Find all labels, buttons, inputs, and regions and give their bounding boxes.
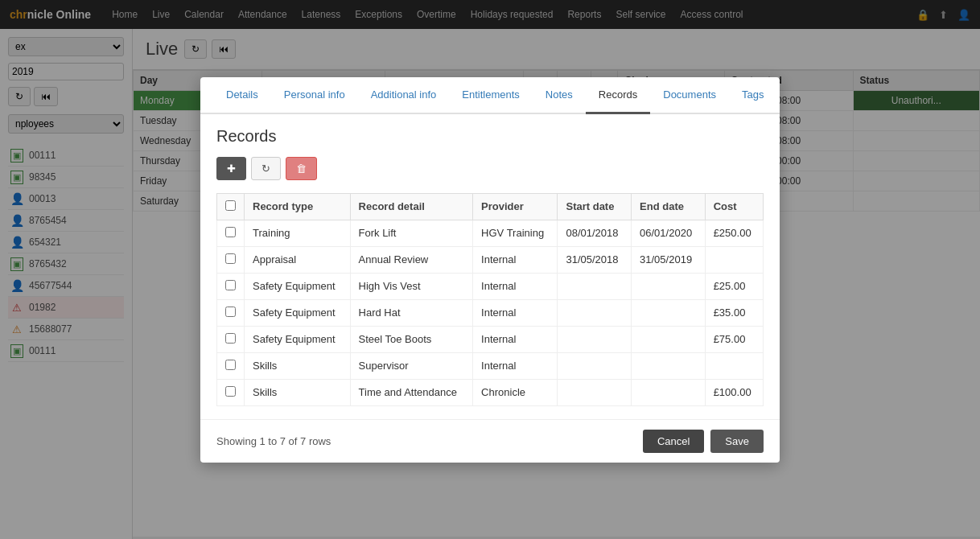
record-type-cell: Safety Equipment — [245, 299, 351, 326]
provider-cell: Internal — [473, 326, 558, 352]
start-date-cell: 31/05/2018 — [558, 246, 632, 273]
table-row[interactable]: Appraisal Annual Review Internal 31/05/2… — [217, 246, 764, 273]
col-provider: Provider — [473, 193, 558, 220]
cancel-button[interactable]: Cancel — [643, 430, 704, 453]
record-detail-cell: Hard Hat — [350, 299, 473, 326]
col-record-type: Record type — [245, 193, 351, 220]
table-row[interactable]: Safety Equipment High Vis Vest Internal … — [217, 273, 764, 299]
cost-cell: £250.00 — [705, 220, 763, 246]
end-date-cell — [632, 352, 706, 379]
cost-cell: £35.00 — [705, 299, 763, 326]
refresh-icon: ↻ — [261, 163, 270, 175]
table-row[interactable]: Skills Supervisor Internal — [217, 352, 764, 379]
row-checkbox[interactable] — [225, 360, 236, 370]
tab-documents[interactable]: Documents — [650, 77, 729, 114]
record-detail-cell: Supervisor — [350, 352, 473, 379]
trash-icon: 🗑 — [296, 163, 307, 175]
end-date-cell — [632, 379, 706, 405]
table-row[interactable]: Skills Time and Attendance Chronicle £10… — [217, 379, 764, 405]
delete-record-button[interactable]: 🗑 — [286, 157, 317, 180]
end-date-cell — [632, 326, 706, 352]
row-checkbox[interactable] — [225, 227, 236, 237]
tab-entitlements[interactable]: Entitlements — [449, 77, 533, 114]
tab-tags[interactable]: Tags — [729, 77, 776, 114]
start-date-cell — [558, 273, 632, 299]
modal: Details Personal info Additional info En… — [200, 77, 780, 463]
end-date-cell: 31/05/2019 — [632, 246, 706, 273]
showing-text: Showing 1 to 7 of 7 rows — [216, 435, 331, 447]
provider-cell: Internal — [473, 352, 558, 379]
table-row[interactable]: Training Fork Lift HGV Training 08/01/20… — [217, 220, 764, 246]
tab-details[interactable]: Details — [213, 77, 271, 114]
record-type-cell: Training — [245, 220, 351, 246]
start-date-cell: 08/01/2018 — [558, 220, 632, 246]
cost-cell: £25.00 — [705, 273, 763, 299]
cost-cell — [705, 352, 763, 379]
col-end-date: End date — [632, 193, 706, 220]
start-date-cell — [558, 352, 632, 379]
record-type-cell: Safety Equipment — [245, 273, 351, 299]
start-date-cell — [558, 326, 632, 352]
records-table: Record type Record detail Provider Start… — [216, 193, 764, 406]
cost-cell: £100.00 — [705, 379, 763, 405]
save-button[interactable]: Save — [710, 430, 764, 453]
cost-cell — [705, 246, 763, 273]
record-type-cell: Skills — [245, 379, 351, 405]
end-date-cell — [632, 299, 706, 326]
record-type-cell: Skills — [245, 352, 351, 379]
record-detail-cell: Annual Review — [350, 246, 473, 273]
row-checkbox[interactable] — [225, 386, 236, 397]
modal-title: Records — [216, 127, 764, 146]
tab-additional-info[interactable]: Additional info — [358, 77, 450, 114]
col-checkbox — [217, 193, 245, 220]
record-detail-cell: Steel Toe Boots — [350, 326, 473, 352]
table-row[interactable]: Safety Equipment Steel Toe Boots Interna… — [217, 326, 764, 352]
record-type-cell: Appraisal — [245, 246, 351, 273]
modal-tabs: Details Personal info Additional info En… — [200, 77, 780, 114]
tab-personal-info[interactable]: Personal info — [271, 77, 358, 114]
table-row[interactable]: Safety Equipment Hard Hat Internal £35.0… — [217, 299, 764, 326]
records-toolbar: ✚ ↻ 🗑 — [216, 157, 764, 180]
add-record-button[interactable]: ✚ — [216, 157, 246, 180]
provider-cell: HGV Training — [473, 220, 558, 246]
end-date-cell — [632, 273, 706, 299]
record-detail-cell: Fork Lift — [350, 220, 473, 246]
provider-cell: Chronicle — [473, 379, 558, 405]
col-record-detail: Record detail — [350, 193, 473, 220]
modal-footer: Showing 1 to 7 of 7 rows Cancel Save — [200, 419, 780, 463]
row-checkbox[interactable] — [225, 280, 236, 290]
col-start-date: Start date — [558, 193, 632, 220]
plus-icon: ✚ — [227, 163, 236, 175]
cost-cell: £75.00 — [705, 326, 763, 352]
record-type-cell: Safety Equipment — [245, 326, 351, 352]
provider-cell: Internal — [473, 299, 558, 326]
row-checkbox[interactable] — [225, 307, 236, 317]
record-detail-cell: High Vis Vest — [350, 273, 473, 299]
record-detail-cell: Time and Attendance — [350, 379, 473, 405]
provider-cell: Internal — [473, 273, 558, 299]
select-all-checkbox[interactable] — [225, 200, 236, 211]
col-cost: Cost — [705, 193, 763, 220]
row-checkbox[interactable] — [225, 333, 236, 344]
end-date-cell: 06/01/2020 — [632, 220, 706, 246]
provider-cell: Internal — [473, 246, 558, 273]
modal-body: Records ✚ ↻ 🗑 — [200, 114, 780, 419]
refresh-records-button[interactable]: ↻ — [251, 157, 281, 180]
start-date-cell — [558, 299, 632, 326]
modal-overlay: Details Personal info Additional info En… — [0, 0, 980, 539]
start-date-cell — [558, 379, 632, 405]
row-checkbox[interactable] — [225, 253, 236, 264]
tab-notes[interactable]: Notes — [533, 77, 586, 114]
tab-records[interactable]: Records — [586, 77, 650, 114]
